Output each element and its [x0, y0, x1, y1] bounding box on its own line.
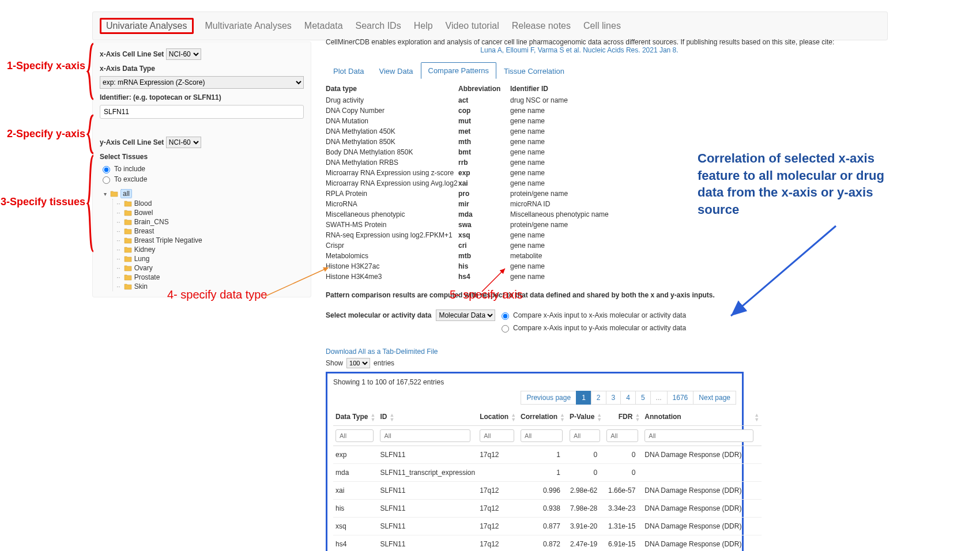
- radio-compare-y-label: Compare x-Axis input to y-Axis molecular…: [513, 324, 686, 332]
- cell-datatype: xai: [333, 482, 378, 500]
- radio-compare-y[interactable]: [502, 325, 509, 333]
- cell-fdr: 1.66e-57: [604, 482, 642, 500]
- pager-page-last[interactable]: 1676: [667, 391, 694, 405]
- ref-abbr: exp: [458, 168, 510, 178]
- tree-item[interactable]: ··Brain_CNS: [116, 217, 304, 227]
- ref-type: DNA Methylation RRBS: [326, 157, 458, 168]
- x-cellset-select[interactable]: NCI-60: [166, 48, 201, 60]
- ref-abbr: hs4: [458, 271, 510, 282]
- subtab-compare-patterns[interactable]: Compare Patterns: [421, 62, 497, 79]
- filter-annotation[interactable]: [644, 429, 753, 442]
- th-annotation[interactable]: Annotation: [644, 413, 681, 421]
- compare-options: Compare x-Axis input to x-Axis molecular…: [499, 310, 686, 334]
- sort-icon: ▲▼: [511, 413, 516, 422]
- tree-item-label: Ovary: [134, 264, 153, 272]
- x-datatype-select[interactable]: exp: mRNA Expression (Z-Score): [100, 76, 304, 89]
- tab-univariate[interactable]: Univariate Analyses: [105, 18, 189, 33]
- subtab-view-data[interactable]: View Data: [371, 63, 420, 79]
- filter-location[interactable]: [480, 429, 514, 442]
- pager-page-3[interactable]: 3: [606, 391, 621, 405]
- subtab-tissue-correlation[interactable]: Tissue Correlation: [496, 63, 572, 79]
- folder-icon: [124, 255, 132, 262]
- pager-prev[interactable]: Previous page: [521, 391, 576, 405]
- th-id[interactable]: ID: [380, 413, 387, 421]
- tree-item[interactable]: ··Kidney: [116, 245, 304, 254]
- ref-row: Drug activityactdrug NSC or name: [326, 95, 833, 105]
- ref-row: DNA Methylation 450Kmetgene name: [326, 126, 833, 137]
- tree-branch-icon: ··: [116, 273, 120, 281]
- ref-id: microRNA ID: [510, 199, 625, 209]
- callout-1: 1-Specify x-axis: [0, 60, 85, 72]
- pager-page-5[interactable]: 5: [635, 391, 651, 405]
- download-link[interactable]: Download All as a Tab-Delimited File: [326, 348, 438, 356]
- folder-icon: [124, 283, 132, 290]
- ref-type: Microarray RNA Expression using z-score: [326, 168, 458, 178]
- tree-item[interactable]: ··Breast Triple Negative: [116, 236, 304, 245]
- tab-cell-lines[interactable]: Cell lines: [582, 18, 622, 33]
- tree-branch-icon: ··: [116, 264, 120, 272]
- cell-fdr: 0: [604, 464, 642, 482]
- radio-compare-x[interactable]: [502, 312, 509, 320]
- th-datatype[interactable]: Data Type: [336, 413, 368, 421]
- ref-abbr: mut: [458, 116, 510, 126]
- cell-fdr: 6.91e-15: [604, 535, 642, 552]
- tree-item[interactable]: ··Ovary: [116, 263, 304, 273]
- radio-include[interactable]: [103, 166, 110, 173]
- folder-icon: [124, 200, 132, 207]
- filter-id[interactable]: [380, 429, 470, 442]
- tree-item[interactable]: ··Lung: [116, 254, 304, 263]
- results-table: Data Type▲▼ ID▲▼ Location▲▼ Correlation▲…: [333, 409, 762, 551]
- cell-correlation: 0.938: [518, 500, 567, 518]
- tree-item[interactable]: ··Prostate: [116, 273, 304, 282]
- tree-root-label[interactable]: all: [120, 189, 132, 198]
- sort-icon: ▲▼: [597, 413, 602, 422]
- filter-pvalue[interactable]: [570, 429, 600, 442]
- ref-id: gene name: [510, 271, 625, 282]
- tab-multivariate[interactable]: Multivariate Analyses: [204, 18, 293, 33]
- subtab-plot-data[interactable]: Plot Data: [326, 63, 371, 79]
- th-pvalue[interactable]: P-Value: [570, 413, 594, 421]
- radio-exclude[interactable]: [103, 176, 110, 184]
- y-cellset-select[interactable]: NCI-60: [166, 137, 201, 148]
- pager-page-4[interactable]: 4: [620, 391, 636, 405]
- top-nav: Univariate Analyses Multivariate Analyse…: [92, 12, 888, 40]
- cell-annotation: DNA Damage Response (DDR): [642, 535, 762, 552]
- tab-search-ids[interactable]: Search IDs: [355, 18, 402, 33]
- cell-annotation: DNA Damage Response (DDR): [642, 482, 762, 500]
- ref-type: MicroRNA: [326, 199, 458, 209]
- filter-datatype[interactable]: [336, 429, 374, 442]
- ref-id: gene name: [510, 168, 625, 178]
- tree-collapse-icon[interactable]: ▾: [102, 191, 108, 197]
- ref-type: DNA Copy Number: [326, 105, 458, 116]
- th-correlation[interactable]: Correlation: [521, 413, 557, 421]
- show-entries-select[interactable]: 100: [346, 358, 370, 368]
- select-molecular[interactable]: Molecular Data: [436, 310, 495, 321]
- tree-item[interactable]: ··Blood: [116, 199, 304, 208]
- th-fdr[interactable]: FDR: [619, 413, 633, 421]
- cell-pvalue: 3.91e-20: [567, 518, 604, 535]
- th-location[interactable]: Location: [480, 413, 508, 421]
- filter-correlation[interactable]: [521, 429, 563, 442]
- ref-id: gene name: [510, 105, 625, 116]
- tab-video[interactable]: Video tutorial: [444, 18, 500, 33]
- show-prefix: Show: [326, 359, 343, 367]
- tree-item[interactable]: ··Breast: [116, 227, 304, 236]
- ref-abbr: mda: [458, 209, 510, 220]
- x-identifier-input[interactable]: [100, 105, 304, 119]
- pager-page-1[interactable]: 1: [576, 391, 591, 405]
- tree-item[interactable]: ··Bowel: [116, 208, 304, 217]
- tab-metadata[interactable]: Metadata: [303, 18, 344, 33]
- filter-fdr[interactable]: [606, 429, 638, 442]
- tree-item-label: Brain_CNS: [134, 218, 169, 226]
- cell-annotation: DNA Damage Response (DDR): [642, 500, 762, 518]
- cell-correlation: 0.996: [518, 482, 567, 500]
- pager-page-2[interactable]: 2: [591, 391, 606, 405]
- cell-datatype: hs4: [333, 535, 378, 552]
- pager-next[interactable]: Next page: [693, 391, 736, 405]
- citation-link[interactable]: Luna A, Elloumi F, Varma S et al. Nuclei…: [480, 46, 678, 54]
- tab-help[interactable]: Help: [413, 18, 434, 33]
- cell-location: 17q12: [477, 500, 518, 518]
- pattern-note: Pattern comparison results are computed …: [326, 291, 833, 299]
- tab-release-notes[interactable]: Release notes: [511, 18, 572, 33]
- ref-type: DNA Methylation 450K: [326, 126, 458, 137]
